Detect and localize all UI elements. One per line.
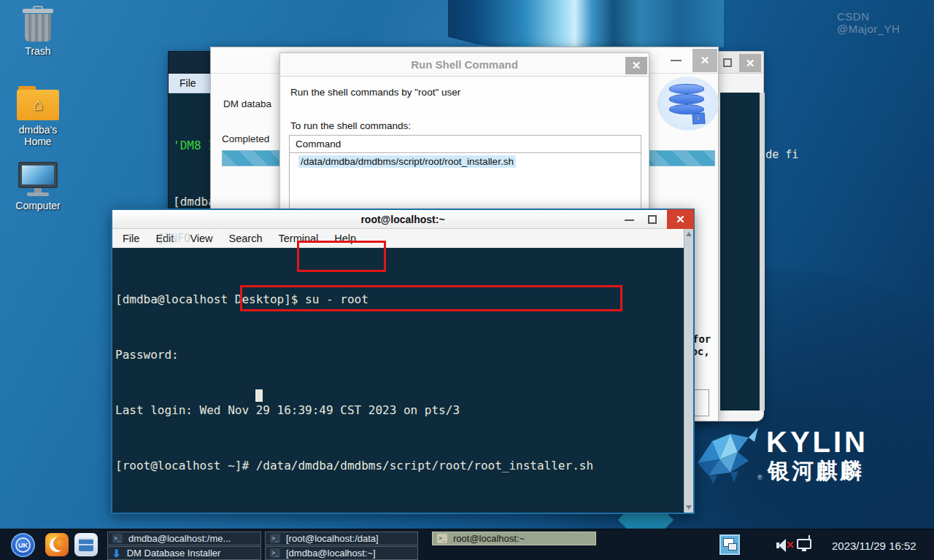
maximize-icon[interactable]: [723, 58, 732, 67]
terminal-line: Password:: [115, 348, 693, 362]
terminal-line: [root@localhost ~]# /data/dmdba/dmdbms/s…: [115, 459, 693, 472]
terminal-title: root@localhost:~: [360, 214, 444, 225]
maximize-icon[interactable]: [648, 215, 657, 224]
command-row[interactable]: /data/dmdba/dmdbms/script/root/root_inst…: [298, 156, 641, 167]
csdn-watermark: CSDN @Major_YH: [837, 10, 934, 35]
terminal-icon: >_: [112, 534, 123, 543]
menu-item[interactable]: File: [115, 233, 147, 244]
trash-icon: [21, 6, 55, 42]
download-arrow-icon: ⬇: [112, 548, 121, 559]
computer-icon: [16, 162, 60, 197]
terminal-output[interactable]: [dmdba@localhost Desktop]$ su - root Pas…: [112, 248, 693, 513]
installer-status: Completed: [222, 133, 269, 144]
run-shell-command-dialog: Run Shell Command ✕ Run the shell comman…: [279, 52, 649, 228]
scrollbar[interactable]: [760, 93, 765, 411]
taskbar-item-dm-installer[interactable]: ⬇ DM Database Installer: [107, 546, 261, 560]
desktop-icon-label: Trash: [3, 45, 73, 57]
scrollbar[interactable]: [684, 229, 693, 513]
terminal-icon: >_: [437, 534, 447, 543]
drawer-icon: [79, 538, 93, 551]
scroll-up-icon[interactable]: [686, 232, 692, 236]
close-icon[interactable]: ✕: [692, 49, 717, 72]
terminal-line: [dmdba@localhost Desktop]$ su - root: [115, 292, 693, 306]
dialog-titlebar[interactable]: Run Shell Command ✕: [280, 53, 649, 77]
desktop-icon-label: Computer: [3, 200, 73, 211]
taskbar: UK >_ dmdba@localhost:/me... >_ [root@lo…: [0, 529, 934, 560]
taskbar-item-dmdba-me[interactable]: >_ dmdba@localhost:/me...: [107, 532, 261, 545]
dialog-prompt-text: To run the shell commands:: [290, 120, 411, 131]
file-manager-launcher[interactable]: [74, 533, 98, 556]
close-icon[interactable]: ✕: [625, 57, 647, 74]
installer-heading: DM databa: [223, 98, 271, 109]
desktop-icon-trash[interactable]: Trash: [3, 6, 73, 57]
installer-text-fragment: for: [692, 333, 711, 345]
taskbar-item-label: dmdba@localhost:/me...: [128, 533, 231, 544]
taskbar-item-root-data[interactable]: >_ [root@localhost:/data]: [265, 532, 418, 545]
start-menu-button[interactable]: UK: [11, 533, 35, 557]
minimize-icon[interactable]: [671, 60, 682, 61]
wallpaper-iceberg: [448, 0, 724, 51]
menu-file[interactable]: File: [180, 77, 196, 89]
kylin-watermark: KYLIN 银河麒麟 ®: [690, 423, 931, 492]
desktop-icon-computer[interactable]: Computer: [3, 162, 73, 211]
taskbar-clock[interactable]: 2023/11/29 16:52: [832, 540, 916, 552]
terminal-icon: >_: [270, 548, 280, 558]
terminal-window: root@localhost:~ ✕ [INFO File Edit View …: [111, 209, 695, 514]
terminal-fragment: de fi: [765, 148, 798, 161]
taskbar-item-label: [root@localhost:/data]: [286, 533, 379, 544]
taskbar-item-label: root@localhost:~: [453, 533, 525, 544]
mute-x-icon: ✕: [786, 539, 795, 551]
close-icon[interactable]: ✕: [739, 54, 761, 72]
menu-item[interactable]: Search: [221, 233, 271, 244]
taskbar-item-root-localhost-active[interactable]: >_ root@localhost:~: [432, 532, 596, 545]
network-icon[interactable]: [797, 539, 811, 549]
terminal-line: Last login: Wed Nov 29 16:39:49 CST 2023…: [115, 403, 693, 417]
uk-logo: UK: [15, 537, 31, 553]
ghost-text: [INFO: [158, 232, 190, 245]
scroll-down-icon[interactable]: [686, 505, 692, 510]
terminal-icon: >_: [270, 534, 280, 543]
close-icon[interactable]: ✕: [667, 209, 694, 229]
dialog-title: Run Shell Command: [411, 58, 518, 71]
desktop-icon-label: dmdba's Home: [9, 124, 67, 147]
command-text: /data/dmdba/dmdbms/script/root/root_inst…: [298, 155, 516, 168]
kylin-beast-logo: [690, 423, 763, 487]
kylin-brand-text: KYLIN: [766, 426, 868, 459]
command-table-header: Command: [290, 136, 641, 153]
registered-mark: ®: [757, 474, 763, 481]
terminal-cursor: [255, 389, 263, 402]
minimize-icon[interactable]: [625, 219, 634, 221]
taskbar-item-label: DM Database Installer: [127, 548, 221, 559]
taskbar-item-dmdba-home[interactable]: >_ [dmdba@localhost:~]: [265, 546, 418, 560]
firefox-launcher[interactable]: [45, 533, 69, 556]
menu-item[interactable]: Terminal: [271, 233, 327, 244]
database-illustration: [657, 77, 719, 131]
menu-item[interactable]: Help: [326, 233, 364, 244]
dialog-intro-text: Run the shell commands by "root" user: [290, 87, 460, 98]
workspace-switcher[interactable]: [719, 534, 740, 555]
desktop-icon-home[interactable]: ⌂ dmdba's Home: [3, 86, 73, 147]
desktop: Trash ⌂ dmdba's Home Computer KYLIN 银河麒麟: [0, 0, 934, 560]
volume-muted-icon[interactable]: ✕: [776, 538, 795, 553]
terminal-menubar: [INFO File Edit View Search Terminal Hel…: [112, 229, 693, 248]
taskbar-item-label: [dmdba@localhost:~]: [286, 548, 376, 559]
home-folder-icon: ⌂: [17, 86, 59, 121]
kylin-brand-cn-text: 银河麒麟: [768, 456, 864, 486]
background-right-terminal-area: de fi: [720, 93, 760, 411]
terminal-titlebar[interactable]: root@localhost:~ ✕: [112, 210, 693, 229]
